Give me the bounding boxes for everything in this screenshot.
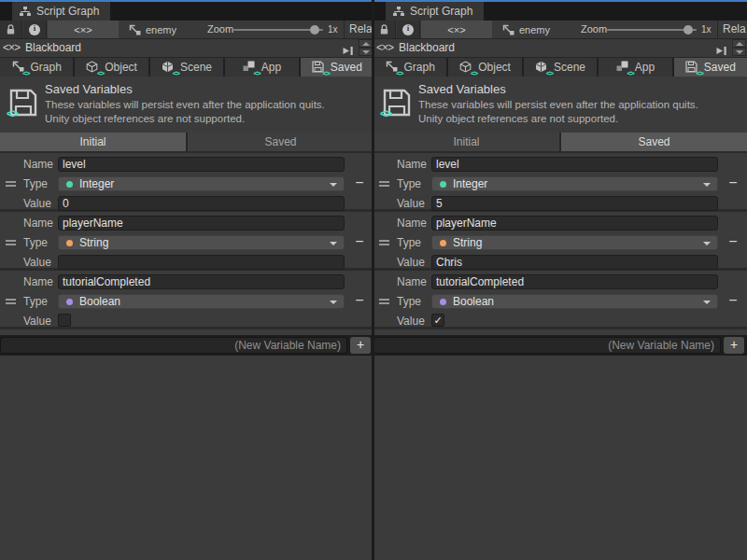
remove-variable-button[interactable]: − xyxy=(350,233,369,250)
variable-type-dropdown[interactable]: Boolean xyxy=(58,294,345,309)
remove-variable-button[interactable]: − xyxy=(724,175,742,191)
boolean-type-dot-icon xyxy=(66,299,73,305)
tab-object[interactable]: Object xyxy=(448,58,521,77)
remove-variable-button[interactable]: − xyxy=(724,292,742,309)
variable-value-checkbox[interactable] xyxy=(58,314,71,327)
zoom-slider[interactable] xyxy=(607,21,697,38)
variable-name-input[interactable] xyxy=(58,216,345,231)
variable-type-dropdown[interactable]: String xyxy=(431,235,718,250)
tab-saved[interactable]: Saved xyxy=(674,58,747,77)
remove-variable-button[interactable]: − xyxy=(724,233,742,250)
variable-list: Name Type Integer − Value Name Type Stri… xyxy=(374,151,747,329)
boolean-type-dot-icon xyxy=(440,299,446,305)
zoom-slider-handle[interactable] xyxy=(684,25,693,35)
variable-value-checkbox[interactable]: ✓ xyxy=(431,314,444,327)
subtab-saved[interactable]: Saved xyxy=(188,133,374,151)
variable-type-dropdown[interactable]: Integer xyxy=(58,176,345,191)
variable-name-input[interactable] xyxy=(431,274,718,289)
variable-type-dropdown[interactable]: Boolean xyxy=(431,294,718,309)
tab-scene[interactable]: Scene xyxy=(524,58,597,77)
variable-name-input[interactable] xyxy=(431,216,718,231)
zoom-label: Zoom xyxy=(581,21,607,38)
window-tab-script-graph[interactable]: Script Graph xyxy=(12,2,110,21)
window-tab-script-graph[interactable]: Script Graph xyxy=(386,2,484,21)
scroll-up-button[interactable] xyxy=(359,39,373,48)
name-label: Name xyxy=(397,275,427,288)
add-variable-button[interactable]: + xyxy=(724,337,744,354)
unity-blackboard-screenshot: Script Graph <×> enemy Zoom 1x Rela <×> … xyxy=(0,0,747,560)
script-graph-icon xyxy=(393,7,404,17)
variable-scope-tabs: Graph Object Scene App Saved xyxy=(0,58,374,77)
toolbar-separator xyxy=(717,21,718,38)
variable-name-input[interactable] xyxy=(431,157,718,172)
code-view-button[interactable]: <×> xyxy=(421,21,492,38)
variable-value-input[interactable] xyxy=(431,255,718,270)
lock-icon xyxy=(6,24,16,35)
panel-divider[interactable] xyxy=(372,0,374,560)
saved-tab-icon xyxy=(685,61,698,74)
zoom-slider[interactable] xyxy=(233,21,323,38)
lock-icon xyxy=(379,24,389,35)
variable-card-tutorialCompleted: Name Type Boolean − Value✓ xyxy=(374,271,747,329)
graph-breadcrumb[interactable]: enemy xyxy=(502,21,550,38)
tab-label: Object xyxy=(105,61,137,74)
code-badge-icon xyxy=(7,107,18,120)
integer-type-dot-icon xyxy=(66,181,73,188)
tab-label: Scene xyxy=(180,61,212,74)
relations-button[interactable]: Rela xyxy=(723,21,746,38)
info-icon xyxy=(402,24,414,35)
scrollbar-buttons xyxy=(732,39,746,57)
variable-value-input[interactable] xyxy=(58,255,345,270)
type-dropdown-value: Integer xyxy=(79,177,114,191)
section-description-line1: These variables will persist even after … xyxy=(45,99,325,110)
info-button[interactable] xyxy=(397,21,420,38)
zoom-value: 1x xyxy=(701,21,712,38)
section-description-line1: These variables will persist even after … xyxy=(418,99,698,110)
new-variable-input[interactable] xyxy=(374,337,721,354)
zoom-slider-handle[interactable] xyxy=(310,25,319,35)
blackboard-header: <×> Blackboard xyxy=(374,39,747,58)
graph-arrow-icon xyxy=(502,24,514,35)
variable-name-input[interactable] xyxy=(58,274,345,289)
subtab-saved[interactable]: Saved xyxy=(561,133,747,151)
remove-variable-button[interactable]: − xyxy=(350,175,369,191)
variable-type-dropdown[interactable]: String xyxy=(58,235,345,250)
empty-area xyxy=(0,356,374,560)
add-variable-button[interactable]: + xyxy=(350,337,371,354)
graph-breadcrumb[interactable]: enemy xyxy=(129,21,176,38)
variable-name-input[interactable] xyxy=(58,157,345,172)
scroll-up-button[interactable] xyxy=(732,39,746,48)
tab-scene[interactable]: Scene xyxy=(150,58,223,77)
tab-graph[interactable]: Graph xyxy=(374,58,446,77)
subtab-initial[interactable]: Initial xyxy=(0,133,186,151)
new-variable-input[interactable] xyxy=(0,337,347,354)
type-label: Type xyxy=(397,236,421,249)
blackboard-title: Blackboard xyxy=(25,39,81,57)
tab-saved[interactable]: Saved xyxy=(301,58,374,77)
lock-button[interactable] xyxy=(0,21,22,38)
tab-object[interactable]: Object xyxy=(75,58,148,77)
tab-graph[interactable]: Graph xyxy=(0,58,73,77)
saved-tab-icon xyxy=(312,61,325,74)
variable-value-input[interactable] xyxy=(58,196,345,211)
code-view-button[interactable]: <×> xyxy=(48,21,119,38)
scroll-down-button[interactable] xyxy=(732,48,746,56)
remove-variable-button[interactable]: − xyxy=(350,292,369,309)
tab-app[interactable]: App xyxy=(599,58,671,77)
scroll-down-button[interactable] xyxy=(359,48,373,56)
window-tab-strip: Script Graph xyxy=(374,0,747,21)
script-graph-icon xyxy=(20,7,31,17)
tab-app[interactable]: App xyxy=(225,58,298,77)
string-type-dot-icon xyxy=(440,240,446,246)
string-type-dot-icon xyxy=(66,240,73,246)
variable-type-dropdown[interactable]: Integer xyxy=(431,176,718,191)
lock-button[interactable] xyxy=(374,21,396,38)
visual-scripting-logo-icon: <×> xyxy=(3,39,20,57)
subtab-initial[interactable]: Initial xyxy=(374,133,559,151)
chevron-down-icon xyxy=(330,183,337,187)
info-button[interactable] xyxy=(23,21,47,38)
relations-button[interactable]: Rela xyxy=(349,21,373,38)
variable-value-input[interactable] xyxy=(431,196,718,211)
type-label: Type xyxy=(23,236,48,249)
initial-saved-subtabs: Initial Saved xyxy=(0,133,374,151)
